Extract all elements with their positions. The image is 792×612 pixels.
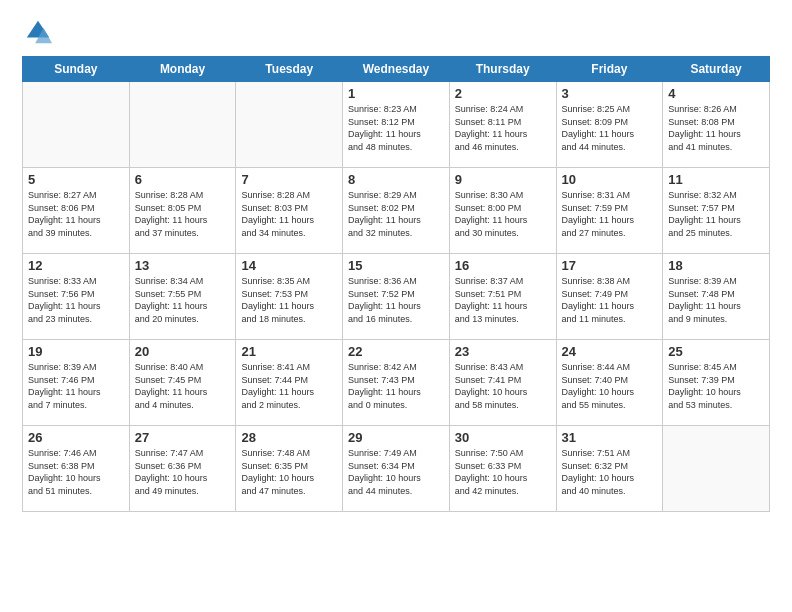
cal-cell: 15Sunrise: 8:36 AM Sunset: 7:52 PM Dayli… — [343, 254, 450, 340]
cal-cell: 9Sunrise: 8:30 AM Sunset: 8:00 PM Daylig… — [449, 168, 556, 254]
cal-cell: 8Sunrise: 8:29 AM Sunset: 8:02 PM Daylig… — [343, 168, 450, 254]
day-number: 15 — [348, 258, 444, 273]
cell-info: Sunrise: 8:27 AM Sunset: 8:06 PM Dayligh… — [28, 189, 124, 239]
day-number: 21 — [241, 344, 337, 359]
header — [22, 18, 770, 46]
day-number: 22 — [348, 344, 444, 359]
cell-info: Sunrise: 8:38 AM Sunset: 7:49 PM Dayligh… — [562, 275, 658, 325]
day-number: 27 — [135, 430, 231, 445]
week-row-2: 12Sunrise: 8:33 AM Sunset: 7:56 PM Dayli… — [23, 254, 770, 340]
cal-cell: 21Sunrise: 8:41 AM Sunset: 7:44 PM Dayli… — [236, 340, 343, 426]
cell-info: Sunrise: 8:40 AM Sunset: 7:45 PM Dayligh… — [135, 361, 231, 411]
day-number: 31 — [562, 430, 658, 445]
cal-cell: 26Sunrise: 7:46 AM Sunset: 6:38 PM Dayli… — [23, 426, 130, 512]
calendar-table: SundayMondayTuesdayWednesdayThursdayFrid… — [22, 56, 770, 512]
cal-cell: 6Sunrise: 8:28 AM Sunset: 8:05 PM Daylig… — [129, 168, 236, 254]
day-number: 20 — [135, 344, 231, 359]
cell-info: Sunrise: 8:39 AM Sunset: 7:48 PM Dayligh… — [668, 275, 764, 325]
logo — [22, 18, 52, 46]
page: SundayMondayTuesdayWednesdayThursdayFrid… — [0, 0, 792, 612]
day-header-wednesday: Wednesday — [343, 57, 450, 82]
cal-cell: 22Sunrise: 8:42 AM Sunset: 7:43 PM Dayli… — [343, 340, 450, 426]
cal-cell — [236, 82, 343, 168]
week-row-4: 26Sunrise: 7:46 AM Sunset: 6:38 PM Dayli… — [23, 426, 770, 512]
day-number: 2 — [455, 86, 551, 101]
cell-info: Sunrise: 8:32 AM Sunset: 7:57 PM Dayligh… — [668, 189, 764, 239]
cal-cell: 25Sunrise: 8:45 AM Sunset: 7:39 PM Dayli… — [663, 340, 770, 426]
day-number: 16 — [455, 258, 551, 273]
cal-cell: 4Sunrise: 8:26 AM Sunset: 8:08 PM Daylig… — [663, 82, 770, 168]
day-number: 28 — [241, 430, 337, 445]
cell-info: Sunrise: 7:49 AM Sunset: 6:34 PM Dayligh… — [348, 447, 444, 497]
day-header-tuesday: Tuesday — [236, 57, 343, 82]
cell-info: Sunrise: 8:26 AM Sunset: 8:08 PM Dayligh… — [668, 103, 764, 153]
week-row-3: 19Sunrise: 8:39 AM Sunset: 7:46 PM Dayli… — [23, 340, 770, 426]
cal-cell: 17Sunrise: 8:38 AM Sunset: 7:49 PM Dayli… — [556, 254, 663, 340]
day-number: 4 — [668, 86, 764, 101]
cell-info: Sunrise: 8:45 AM Sunset: 7:39 PM Dayligh… — [668, 361, 764, 411]
cal-cell — [129, 82, 236, 168]
day-number: 10 — [562, 172, 658, 187]
cal-cell: 3Sunrise: 8:25 AM Sunset: 8:09 PM Daylig… — [556, 82, 663, 168]
cell-info: Sunrise: 8:28 AM Sunset: 8:03 PM Dayligh… — [241, 189, 337, 239]
cal-cell: 23Sunrise: 8:43 AM Sunset: 7:41 PM Dayli… — [449, 340, 556, 426]
cell-info: Sunrise: 7:46 AM Sunset: 6:38 PM Dayligh… — [28, 447, 124, 497]
cell-info: Sunrise: 8:36 AM Sunset: 7:52 PM Dayligh… — [348, 275, 444, 325]
day-header-monday: Monday — [129, 57, 236, 82]
cell-info: Sunrise: 8:28 AM Sunset: 8:05 PM Dayligh… — [135, 189, 231, 239]
cell-info: Sunrise: 8:44 AM Sunset: 7:40 PM Dayligh… — [562, 361, 658, 411]
day-number: 30 — [455, 430, 551, 445]
cell-info: Sunrise: 8:29 AM Sunset: 8:02 PM Dayligh… — [348, 189, 444, 239]
cal-cell: 16Sunrise: 8:37 AM Sunset: 7:51 PM Dayli… — [449, 254, 556, 340]
cell-info: Sunrise: 8:39 AM Sunset: 7:46 PM Dayligh… — [28, 361, 124, 411]
day-number: 18 — [668, 258, 764, 273]
cell-info: Sunrise: 7:51 AM Sunset: 6:32 PM Dayligh… — [562, 447, 658, 497]
day-number: 1 — [348, 86, 444, 101]
day-number: 5 — [28, 172, 124, 187]
cell-info: Sunrise: 7:48 AM Sunset: 6:35 PM Dayligh… — [241, 447, 337, 497]
day-number: 17 — [562, 258, 658, 273]
day-header-row: SundayMondayTuesdayWednesdayThursdayFrid… — [23, 57, 770, 82]
cal-cell: 1Sunrise: 8:23 AM Sunset: 8:12 PM Daylig… — [343, 82, 450, 168]
day-number: 11 — [668, 172, 764, 187]
day-number: 23 — [455, 344, 551, 359]
cal-cell — [663, 426, 770, 512]
cell-info: Sunrise: 8:24 AM Sunset: 8:11 PM Dayligh… — [455, 103, 551, 153]
cell-info: Sunrise: 8:30 AM Sunset: 8:00 PM Dayligh… — [455, 189, 551, 239]
day-number: 24 — [562, 344, 658, 359]
cell-info: Sunrise: 8:25 AM Sunset: 8:09 PM Dayligh… — [562, 103, 658, 153]
day-header-sunday: Sunday — [23, 57, 130, 82]
cal-cell — [23, 82, 130, 168]
cal-cell: 14Sunrise: 8:35 AM Sunset: 7:53 PM Dayli… — [236, 254, 343, 340]
cal-cell: 12Sunrise: 8:33 AM Sunset: 7:56 PM Dayli… — [23, 254, 130, 340]
cal-cell: 20Sunrise: 8:40 AM Sunset: 7:45 PM Dayli… — [129, 340, 236, 426]
day-number: 13 — [135, 258, 231, 273]
cal-cell: 28Sunrise: 7:48 AM Sunset: 6:35 PM Dayli… — [236, 426, 343, 512]
day-number: 19 — [28, 344, 124, 359]
cell-info: Sunrise: 7:47 AM Sunset: 6:36 PM Dayligh… — [135, 447, 231, 497]
logo-icon — [24, 18, 52, 46]
week-row-0: 1Sunrise: 8:23 AM Sunset: 8:12 PM Daylig… — [23, 82, 770, 168]
day-header-friday: Friday — [556, 57, 663, 82]
cal-cell: 2Sunrise: 8:24 AM Sunset: 8:11 PM Daylig… — [449, 82, 556, 168]
cell-info: Sunrise: 8:23 AM Sunset: 8:12 PM Dayligh… — [348, 103, 444, 153]
cell-info: Sunrise: 8:37 AM Sunset: 7:51 PM Dayligh… — [455, 275, 551, 325]
cal-cell: 31Sunrise: 7:51 AM Sunset: 6:32 PM Dayli… — [556, 426, 663, 512]
cal-cell: 29Sunrise: 7:49 AM Sunset: 6:34 PM Dayli… — [343, 426, 450, 512]
day-number: 26 — [28, 430, 124, 445]
day-number: 8 — [348, 172, 444, 187]
cal-cell: 11Sunrise: 8:32 AM Sunset: 7:57 PM Dayli… — [663, 168, 770, 254]
cal-cell: 13Sunrise: 8:34 AM Sunset: 7:55 PM Dayli… — [129, 254, 236, 340]
cal-cell: 19Sunrise: 8:39 AM Sunset: 7:46 PM Dayli… — [23, 340, 130, 426]
cal-cell: 18Sunrise: 8:39 AM Sunset: 7:48 PM Dayli… — [663, 254, 770, 340]
day-header-saturday: Saturday — [663, 57, 770, 82]
day-number: 25 — [668, 344, 764, 359]
cell-info: Sunrise: 8:42 AM Sunset: 7:43 PM Dayligh… — [348, 361, 444, 411]
cell-info: Sunrise: 8:41 AM Sunset: 7:44 PM Dayligh… — [241, 361, 337, 411]
cell-info: Sunrise: 8:35 AM Sunset: 7:53 PM Dayligh… — [241, 275, 337, 325]
day-number: 6 — [135, 172, 231, 187]
day-number: 14 — [241, 258, 337, 273]
day-number: 3 — [562, 86, 658, 101]
day-number: 7 — [241, 172, 337, 187]
cal-cell: 27Sunrise: 7:47 AM Sunset: 6:36 PM Dayli… — [129, 426, 236, 512]
